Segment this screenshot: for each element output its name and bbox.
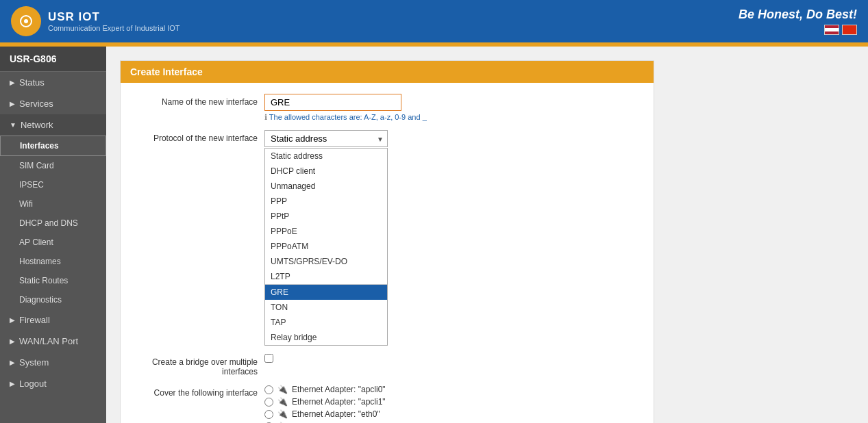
sidebar: USR-G806 ▶ Status ▶ Services ▼ Network I… <box>0 47 106 423</box>
sidebar-item-services[interactable]: ▶ Services <box>0 93 106 114</box>
chevron-right-icon: ▶ <box>10 337 15 345</box>
device-title: USR-G806 <box>0 47 106 72</box>
name-control: ℹ The allowed characters are: A-Z, a-z, … <box>264 94 640 122</box>
form-title: Create Interface <box>121 61 654 83</box>
slogan: Be Honest, Do Best! <box>739 8 857 22</box>
sidebar-child-ipsec[interactable]: IPSEC <box>0 175 106 194</box>
sidebar-child-apclient[interactable]: AP Client <box>0 233 106 252</box>
chevron-down-icon: ▼ <box>10 121 16 129</box>
protocol-label: Protocol of the new interface <box>134 130 258 143</box>
option-dhcp-client[interactable]: DHCP client <box>265 164 387 179</box>
sidebar-child-interfaces[interactable]: Interfaces <box>0 136 106 156</box>
header-brand: USR IOT Communication Expert of Industri… <box>48 10 180 32</box>
radio-row-apcli0: 🔌 Ethernet Adapter: "apcli0" <box>264 385 640 394</box>
sidebar-child-staticroutes[interactable]: Static Routes <box>0 271 106 290</box>
cover-control: 🔌 Ethernet Adapter: "apcli0" 🔌 Ethernet … <box>264 385 640 423</box>
name-row: Name of the new interface ℹ The allowed … <box>134 94 640 122</box>
cover-label: Cover the following interface <box>134 385 258 398</box>
network-icon-eth: 🔌 <box>277 409 288 419</box>
radio-eth0[interactable] <box>264 410 273 419</box>
sidebar-label-status: Status <box>19 77 45 88</box>
main-content: Create Interface Name of the new interfa… <box>106 47 868 423</box>
sidebar-item-wanlan[interactable]: ▶ WAN/LAN Port <box>0 331 106 352</box>
bridge-label: Create a bridge over multiple interfaces <box>134 354 258 376</box>
sidebar-label-wanlan: WAN/LAN Port <box>19 336 78 346</box>
sidebar-child-wifi[interactable]: Wifi <box>0 194 106 214</box>
chevron-right-icon: ▶ <box>10 79 15 86</box>
layout: USR-G806 ▶ Status ▶ Services ▼ Network I… <box>0 47 868 423</box>
bridge-control <box>264 354 640 365</box>
option-l2tp[interactable]: L2TP <box>265 269 387 285</box>
name-hint: ℹ The allowed characters are: A-Z, a-z, … <box>264 113 640 122</box>
option-umts[interactable]: UMTS/GPRS/EV-DO <box>265 254 387 269</box>
sidebar-item-system[interactable]: ▶ System <box>0 352 106 373</box>
chevron-right-icon: ▶ <box>10 100 15 107</box>
sidebar-item-firewall[interactable]: ▶ Firewall <box>0 309 106 331</box>
chevron-right-icon: ▶ <box>10 380 15 387</box>
brand-title: USR IOT <box>48 10 180 24</box>
chevron-right-icon: ▶ <box>10 316 15 324</box>
option-static-address[interactable]: Static address <box>265 149 387 164</box>
radio-apcli0[interactable] <box>264 385 273 394</box>
sidebar-item-status[interactable]: ▶ Status <box>0 72 106 93</box>
option-pppoatm[interactable]: PPPoATM <box>265 239 387 254</box>
radio-row-eth0: 🔌 Ethernet Adapter: "eth0" <box>264 409 640 419</box>
interface-radio-list: 🔌 Ethernet Adapter: "apcli0" 🔌 Ethernet … <box>264 385 640 423</box>
sidebar-child-dhcp[interactable]: DHCP and DNS <box>0 214 106 233</box>
flag-us-icon[interactable] <box>824 25 839 35</box>
bridge-checkbox[interactable] <box>264 354 273 363</box>
sidebar-label-services: Services <box>19 99 53 109</box>
chevron-right-icon: ▶ <box>10 359 15 366</box>
form-body: Name of the new interface ℹ The allowed … <box>121 83 654 423</box>
option-gre[interactable]: GRE <box>265 285 387 300</box>
brand-subtitle: Communication Expert of Industrial IOT <box>48 24 180 32</box>
network-icon-eth: 🔌 <box>277 397 288 407</box>
option-pptp[interactable]: PPtP <box>265 209 387 224</box>
cover-row: Cover the following interface 🔌 Ethernet… <box>134 385 640 423</box>
iface-label-apcli1: Ethernet Adapter: "apcli1" <box>292 397 386 407</box>
sidebar-child-hostnames[interactable]: Hostnames <box>0 252 106 271</box>
option-unmanaged[interactable]: Unmanaged <box>265 179 387 194</box>
sidebar-child-simcard[interactable]: SIM Card <box>0 156 106 175</box>
iface-label-apcli0: Ethernet Adapter: "apcli0" <box>292 385 386 394</box>
bridge-row: Create a bridge over multiple interfaces <box>134 354 640 376</box>
protocol-dropdown-wrapper: Static address ▼ <box>264 130 388 147</box>
name-input[interactable] <box>264 94 401 111</box>
name-label: Name of the new interface <box>134 94 258 107</box>
protocol-select[interactable]: Static address <box>264 130 388 147</box>
protocol-control: Static address ▼ Static address DHCP cli… <box>264 130 640 346</box>
radio-row-apcli1: 🔌 Ethernet Adapter: "apcli1" <box>264 397 640 407</box>
header-left: USR IOT Communication Expert of Industri… <box>11 6 180 36</box>
option-ton[interactable]: TON <box>265 300 387 315</box>
radio-apcli1[interactable] <box>264 398 273 407</box>
sidebar-label-firewall: Firewall <box>19 315 50 325</box>
header-right: Be Honest, Do Best! <box>739 8 857 35</box>
sidebar-label-logout: Logout <box>19 379 47 389</box>
flags <box>739 25 857 35</box>
sidebar-label-system: System <box>19 357 49 368</box>
sidebar-label-network: Network <box>21 120 53 130</box>
option-relay-bridge[interactable]: Relay bridge <box>265 330 387 345</box>
option-tap[interactable]: TAP <box>265 315 387 330</box>
sidebar-child-diagnostics[interactable]: Diagnostics <box>0 290 106 309</box>
protocol-row: Protocol of the new interface Static add… <box>134 130 640 346</box>
option-ppp[interactable]: PPP <box>265 194 387 209</box>
protocol-dropdown-list: Static address DHCP client Unmanaged PPP… <box>264 148 388 346</box>
logo-icon <box>11 6 41 36</box>
option-pppoe[interactable]: PPPoE <box>265 224 387 239</box>
iface-label-eth0: Ethernet Adapter: "eth0" <box>292 409 380 419</box>
flag-cn-icon[interactable] <box>842 25 857 35</box>
sidebar-item-logout[interactable]: ▶ Logout <box>0 373 106 394</box>
network-icon-eth: 🔌 <box>277 385 288 394</box>
sidebar-item-network[interactable]: ▼ Network <box>0 114 106 136</box>
svg-point-2 <box>24 19 28 23</box>
header: USR IOT Communication Expert of Industri… <box>0 0 868 42</box>
create-interface-box: Create Interface Name of the new interfa… <box>120 60 654 423</box>
